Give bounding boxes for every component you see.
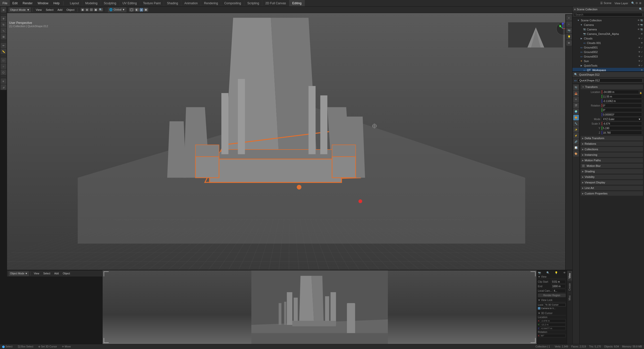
prop-btn-particles[interactable]: ✨ [573, 127, 579, 132]
c001-vis[interactable]: 👁 [641, 42, 643, 44]
prop-btn-render[interactable]: 📷 [573, 85, 579, 90]
object-data-name[interactable]: QuickShape.012 [578, 78, 642, 82]
clip-start-val[interactable]: 0.01 m [551, 280, 566, 284]
tool-cursor[interactable]: ⊕ [1, 7, 6, 13]
camera-view[interactable] [103, 270, 537, 344]
scale-y[interactable]: 5.190 [602, 126, 642, 130]
collections-header[interactable]: ▶ Collections [581, 147, 643, 152]
cam-vis[interactable]: 👁 [637, 28, 640, 31]
render-icon[interactable]: 📷 [640, 19, 643, 22]
visibility-header[interactable]: ▶ Visibility [581, 175, 643, 179]
instancing-header[interactable]: ▶ Instancing [581, 153, 643, 157]
prop-btn-scene[interactable]: 🎬 [573, 103, 579, 108]
visibility-icon[interactable]: 👁 [637, 19, 640, 22]
rotation-z[interactable]: 0.000003° [602, 113, 642, 117]
scale-x[interactable]: -6.674 [602, 122, 642, 126]
viewport-3d[interactable]: Object Mode ▼ View Select Add Object ◉ ◈… [7, 7, 572, 270]
outliner-item-sun[interactable]: ☀ Sun 👁 ✓ [573, 59, 644, 63]
outliner-item-clouds[interactable]: ▶ Clouds 👁 ✓ [573, 36, 644, 41]
outliner-item-clouds-001[interactable]: ▭ Clouds 001 👁 [573, 41, 644, 45]
cursor-x[interactable]: -2.878 m [540, 319, 566, 323]
rotation-y[interactable]: 0° [602, 108, 642, 112]
custom-props-header[interactable]: ▶ Custom Properties [581, 191, 643, 196]
tab-layout[interactable]: Layout [67, 0, 82, 6]
tab-animation[interactable]: Animation [181, 0, 201, 6]
outliner-item-camera-demo[interactable]: 📷 Camera_DemoDIA_Alpha 👁 [573, 32, 644, 36]
shading-header[interactable]: ▶ Shading [581, 169, 643, 174]
vp-right-light[interactable]: 💡 [566, 34, 572, 39]
cam-demo-vis[interactable]: 👁 [641, 33, 643, 35]
menu-help[interactable]: Help [51, 0, 62, 6]
cursor-rot-x[interactable]: 90° [540, 334, 566, 337]
rotation-mode-select[interactable]: XYZ Euler ▼ [602, 117, 642, 121]
tab-2d-full-canvas[interactable]: 2D Full Canvas [262, 0, 289, 6]
vp-right-camera[interactable]: 📷 [566, 28, 572, 33]
outliner-item-ground001[interactable]: ▭ Ground001 👁 ✓ [573, 45, 644, 50]
g001-check[interactable]: ✓ [641, 46, 643, 49]
prop-btn-view[interactable]: 👁 [573, 97, 579, 102]
motion-blur-toggle[interactable] [582, 165, 585, 167]
tab-rendering[interactable]: Rendering [201, 0, 221, 6]
outliner-item-camera-obj[interactable]: 📷 Camera 👁 📷 [573, 27, 644, 32]
tab-compositing[interactable]: Compositing [221, 0, 244, 6]
vp-view[interactable]: View [34, 7, 43, 12]
scale-z[interactable]: 18.780 [602, 131, 642, 135]
loc-x-lock[interactable]: 🔒 [639, 92, 642, 94]
tab-scripting[interactable]: Scripting [244, 0, 262, 6]
tool-add-cylinder[interactable]: ⬡ [1, 70, 6, 75]
scene-3d[interactable]: X Y Z User Perspective (1) Collection | … [7, 13, 572, 270]
location-y[interactable]: 11.55 m [602, 94, 642, 98]
tab-editing[interactable]: Editing [289, 0, 305, 6]
vp-right-zoom-in[interactable]: + [566, 15, 572, 21]
tab-texture-paint[interactable]: Texture Paint [140, 0, 164, 6]
vp-bottom-mode[interactable]: Object Mode ▼ [9, 271, 29, 276]
sun-check[interactable]: ✓ [641, 60, 643, 62]
location-z[interactable]: -0.11062 m [602, 99, 642, 103]
outliner-item-ground002[interactable]: ▭ Ground002 👁 ✓ [573, 50, 644, 54]
prop-btn-output[interactable]: 📤 [573, 91, 579, 96]
tool-add-sphere[interactable]: ○ [1, 64, 6, 69]
menu-render[interactable]: Render [20, 0, 35, 6]
sidebar-tab-view[interactable]: View [567, 271, 572, 281]
outliner-item-scene-collection[interactable]: ▼ Scene Collection 👁 📷 [573, 18, 644, 23]
cam-grp-render-icon[interactable]: 📷 [640, 24, 643, 26]
qtw-vis[interactable]: 👁 [641, 69, 643, 71]
to-3d-cursor-val[interactable]: To 3D Cursor [544, 303, 566, 307]
vp-add[interactable]: Add [56, 7, 64, 12]
location-x[interactable]: -34.089 m [602, 90, 639, 94]
cam-icon-1[interactable]: 📷 [538, 271, 541, 274]
vp-bottom-add[interactable]: Add [53, 271, 60, 276]
vp-global[interactable]: 🌐 Global ▼ [108, 7, 127, 12]
cam-grp-vis-icon[interactable]: 👁 [637, 24, 640, 26]
prop-btn-modifier[interactable]: 🔧 [573, 121, 579, 126]
qt-vis[interactable]: 👁 [638, 64, 640, 67]
qt-check[interactable]: ✓ [641, 64, 643, 67]
tool-extra-2[interactable]: ⊿ [1, 84, 6, 90]
vp-bottom-view[interactable]: View [32, 271, 41, 276]
line-art-header[interactable]: ▶ Line Art [581, 186, 643, 190]
outliner-item-qt-workspace[interactable]: ▭ QT_Workspace 👁 [573, 68, 644, 71]
prop-btn-constraints[interactable]: 🔗 [573, 139, 579, 144]
outliner-filter-icon[interactable]: 🔍 [639, 8, 642, 11]
tab-sculpting[interactable]: Sculpting [101, 0, 119, 6]
tool-rotate[interactable]: ↻ [1, 22, 6, 27]
cursor-y[interactable]: -13.2 m [540, 323, 566, 326]
relations-header[interactable]: ▶ Relations [581, 141, 643, 146]
clouds-check[interactable]: ✓ [641, 37, 643, 40]
clouds-vis[interactable]: 👁 [638, 37, 640, 40]
tab-uv-editing[interactable]: UV Editing [119, 0, 140, 6]
tool-move[interactable]: ✛ [1, 16, 6, 21]
cam-icon-3[interactable]: 💡 [555, 271, 558, 274]
tool-scale[interactable]: ⤡ [1, 28, 6, 33]
tool-transform[interactable]: ⊞ [1, 34, 6, 39]
menu-file[interactable]: File [0, 0, 10, 6]
motion-blur-header[interactable]: Motion Blur [581, 164, 643, 168]
sidebar-tab-misc[interactable]: Misc [567, 293, 572, 303]
g001-vis[interactable]: 👁 [638, 46, 640, 49]
vp-bottom-select[interactable]: Select [42, 271, 52, 276]
tool-measure[interactable]: 📏 [1, 49, 6, 54]
delta-transform-header[interactable]: ▶ Delta Transform [581, 136, 643, 140]
outliner-search-input[interactable] [574, 13, 642, 17]
outliner-item-ground003[interactable]: ▭ Ground003 👁 ✓ [573, 54, 644, 59]
outliner-item-quicktools[interactable]: ▶ QuickTools 👁 ✓ [573, 63, 644, 68]
